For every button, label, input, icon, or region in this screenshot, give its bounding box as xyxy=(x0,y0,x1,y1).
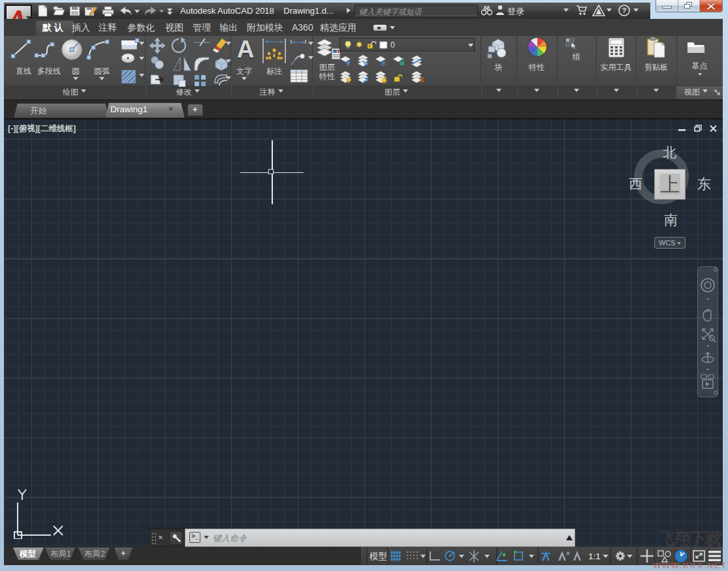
svg-text:1:1: 1:1 xyxy=(588,551,601,561)
svg-text:?: ? xyxy=(622,7,627,14)
svg-text:模型: 模型 xyxy=(369,551,387,561)
